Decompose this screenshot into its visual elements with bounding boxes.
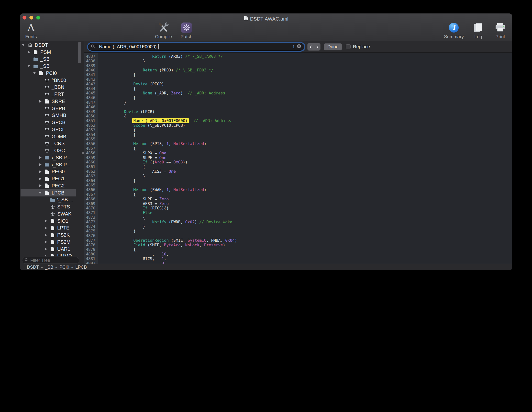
disclosure-chevron-right-icon[interactable] <box>44 248 50 250</box>
disclosure-chevron-down-icon[interactable] <box>33 72 39 74</box>
tree-item-sb[interactable]: _SB <box>20 63 84 70</box>
replace-checkbox[interactable] <box>346 44 351 49</box>
tree-item-psm[interactable]: PSM <box>20 49 84 56</box>
breadcrumb-item[interactable]: DSDT <box>27 265 39 270</box>
code-line[interactable]: 4841 } <box>84 73 512 77</box>
summary-button[interactable]: i Summary <box>444 22 464 39</box>
tree-item-gmhb[interactable]: GMHB <box>20 112 84 119</box>
done-button[interactable]: Done <box>324 43 342 50</box>
code-line[interactable]: 4881 RTCS, 1, <box>84 257 512 261</box>
code-line[interactable]: 4837 Return (AR03) /* \_SB_.AR03 */ <box>84 54 512 59</box>
tree-item-swak[interactable]: SWAK <box>20 210 84 217</box>
code-line[interactable]: 4870 If (RTCS){} <box>84 206 512 211</box>
tree-item-peg0[interactable]: PEG0 <box>20 168 84 175</box>
find-next-button[interactable] <box>314 43 320 50</box>
code-line[interactable]: 4861 { <box>84 165 512 169</box>
code-line[interactable]: 4853 { <box>84 128 512 133</box>
tree-item-sbp[interactable]: \_SB.P... <box>20 161 84 168</box>
code-line[interactable]: 4855 <box>84 137 512 142</box>
code-line[interactable]: 4867 { <box>84 192 512 197</box>
tree-item-pci0[interactable]: PCI0 <box>20 70 84 77</box>
tree-item-dsdt[interactable]: DSDT <box>20 42 84 49</box>
disclosure-chevron-right-icon[interactable] <box>28 51 33 53</box>
tree-item-peg2[interactable]: PEG2 <box>20 182 84 189</box>
disclosure-chevron-right-icon[interactable] <box>44 220 50 222</box>
code-line[interactable]: 4873 Notify (PWRB, 0x02) // Device Wake <box>84 220 512 225</box>
disclosure-chevron-down-icon[interactable] <box>22 44 27 46</box>
tree-item-bn00[interactable]: ^BN00 <box>20 77 84 84</box>
code-line[interactable]: 4879 { <box>84 247 512 252</box>
compile-button[interactable]: Compile <box>155 22 172 39</box>
sidebar-scrollbar-thumb[interactable] <box>78 42 81 63</box>
print-button[interactable]: Print <box>493 22 508 39</box>
code-line[interactable]: 4851 Name (_ADR, 0x001F0000) // _ADR: Ad… <box>84 119 512 123</box>
code-line[interactable]: 4844 { <box>84 87 512 91</box>
disclosure-chevron-down-icon[interactable] <box>39 192 44 194</box>
tree-item-gpcl[interactable]: GPCL <box>20 126 84 133</box>
tree-item-humd[interactable]: HUMD <box>20 253 84 257</box>
disclosure-chevron-right-icon[interactable] <box>39 163 44 166</box>
code-line[interactable]: 4848 <box>84 105 512 110</box>
code-line[interactable]: 4862 AES3 = One <box>84 169 512 174</box>
code-line[interactable]: 4864 } <box>84 179 512 183</box>
code-line[interactable]: 4845 Name (_ADR, Zero) // _ADR: Address <box>84 91 512 96</box>
tree-item-uar1[interactable]: UAR1 <box>20 246 84 253</box>
close-button[interactable] <box>22 16 26 20</box>
code-line[interactable]: 4882 , 3, <box>84 261 512 264</box>
code-line[interactable]: 4880 , 10, <box>84 252 512 257</box>
code-editor[interactable]: 4837 Return (AR03) /* \_SB_.AR03 */4838 … <box>84 53 512 264</box>
split-divider-handle[interactable] <box>82 152 84 154</box>
code-line[interactable]: 4856 Method (SPTS, 1, NotSerialized) <box>84 142 512 146</box>
tree-item-prt[interactable]: _PRT <box>20 91 84 98</box>
tree-item-srre[interactable]: SRRE <box>20 98 84 105</box>
clear-search-button[interactable] <box>297 44 301 50</box>
tree-item-spts[interactable]: SPTS <box>20 203 84 210</box>
minimize-button[interactable] <box>29 16 33 20</box>
disclosure-chevron-right-icon[interactable] <box>44 241 50 243</box>
code-line[interactable]: 4866 Method (SWAK, 1, NotSerialized) <box>84 188 512 192</box>
disclosure-chevron-right-icon[interactable] <box>39 100 44 103</box>
code-line[interactable]: 4878 Field (SMIE, ByteAcc, NoLock, Prese… <box>84 243 512 248</box>
tree-item-ps2k[interactable]: PS2K <box>20 231 84 239</box>
search-menu-icon[interactable] <box>91 44 97 49</box>
filter-tree-field[interactable]: Filter Tree <box>22 257 79 264</box>
code-line[interactable]: 4874 } <box>84 224 512 229</box>
tree-item-gdmb[interactable]: GDMB <box>20 133 84 140</box>
code-line[interactable]: 4843 Device (PEGP) <box>84 82 512 87</box>
tree-item-sb[interactable]: \_SB.... <box>20 196 84 204</box>
code-line[interactable]: 4877 OperationRegion (SMIE, SystemIO, PM… <box>84 238 512 243</box>
fonts-button[interactable]: A Fonts <box>23 22 39 39</box>
code-line[interactable]: 4838 } <box>84 59 512 64</box>
disclosure-chevron-down-icon[interactable] <box>28 65 33 67</box>
code-line[interactable]: 4860 If ((Arg0 == 0x03)) <box>84 160 512 165</box>
breadcrumb-item[interactable]: LPCB <box>75 265 87 270</box>
tree-item-ps2m[interactable]: PS2M <box>20 239 84 246</box>
tree-item-osc[interactable]: _OSC <box>20 147 84 154</box>
code-line[interactable]: 4865 <box>84 183 512 188</box>
patch-button[interactable]: Patch <box>179 22 194 39</box>
code-line[interactable]: 4849 Device (LPCB) <box>84 110 512 114</box>
breadcrumb-item[interactable]: PCI0 <box>59 265 69 270</box>
tree-item-lpte[interactable]: LPTE <box>20 225 84 232</box>
tree-item-bbn[interactable]: _BBN <box>20 84 84 91</box>
code-line[interactable]: 4840 Return (PD03) /* \_SB_.PD03 */ <box>84 68 512 73</box>
tree-item-lpcb[interactable]: LPCB <box>20 189 84 196</box>
breadcrumb-item[interactable]: _SB <box>45 265 53 270</box>
tree-item-gpcb[interactable]: GPCB <box>20 119 84 126</box>
code-line[interactable]: 4854 } <box>84 133 512 137</box>
tree-item-sio1[interactable]: SIO1 <box>20 217 84 225</box>
code-line[interactable]: 4863 } <box>84 174 512 179</box>
code-line[interactable]: 4859 SLPE = One <box>84 156 512 160</box>
disclosure-chevron-right-icon[interactable] <box>39 178 44 180</box>
disclosure-chevron-right-icon[interactable] <box>39 156 44 159</box>
code-line[interactable]: 4842 <box>84 77 512 82</box>
code-line[interactable]: 4868 SLPE = Zero <box>84 197 512 202</box>
disclosure-chevron-right-icon[interactable] <box>39 184 44 187</box>
code-line[interactable]: 4876 <box>84 234 512 238</box>
zoom-button[interactable] <box>36 16 40 20</box>
disclosure-chevron-right-icon[interactable] <box>44 227 50 229</box>
code-line[interactable]: 4846 } <box>84 96 512 100</box>
find-input[interactable]: Name (_ADR, 0x001F0000) 1 <box>88 43 304 51</box>
tree-item-gepb[interactable]: GEPB <box>20 105 84 112</box>
tree-item-crs[interactable]: _CRS <box>20 140 84 147</box>
